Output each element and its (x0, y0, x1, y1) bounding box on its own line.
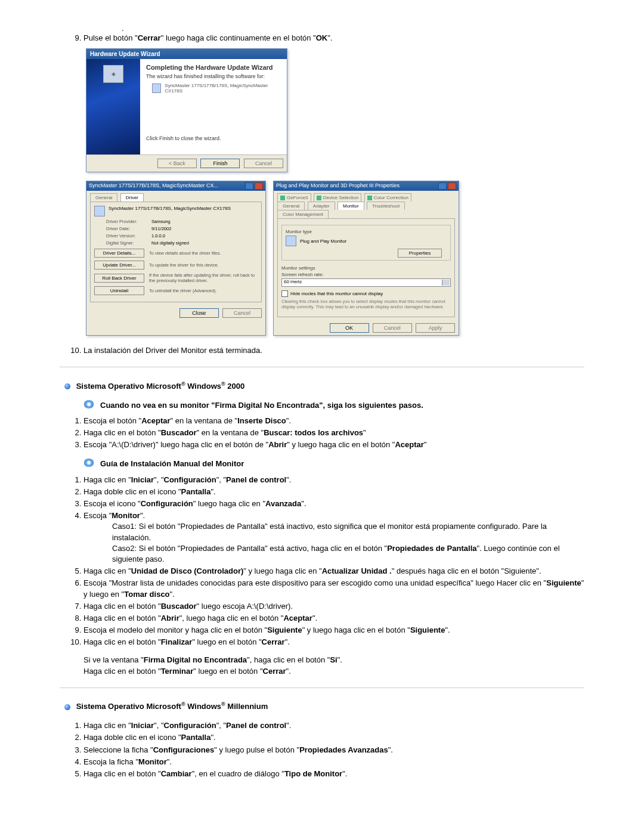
t: " luego haga clic continuamente en el bo… (161, 33, 316, 42)
close-icon[interactable] (448, 182, 456, 190)
apply-button: Apply (416, 323, 455, 333)
driver-details-button[interactable]: Driver Details... (94, 249, 144, 258)
divider (60, 688, 584, 688)
list-item: Escoja el icono "Configuración" luego ha… (83, 498, 584, 509)
tab-device-sel[interactable]: Device Selection (314, 193, 362, 202)
update-driver-button[interactable]: Update Driver... (94, 261, 144, 270)
refresh-dropdown[interactable]: 60 Hertz (281, 278, 451, 287)
close-icon[interactable] (255, 182, 263, 190)
chk-label: Hide modes that this monitor cannot disp… (290, 291, 383, 296)
monitor-icon (286, 236, 296, 246)
divider (60, 367, 584, 367)
wizard-side-graphic: ◈ (86, 59, 140, 154)
tab-colormgmt[interactable]: Color Management (277, 210, 329, 218)
case2: Caso2: Si el botón "Propiedades de Panta… (112, 543, 584, 565)
tab-driver[interactable]: Driver (120, 193, 144, 202)
step-9: Pulse el botón "Cerrar" luego haga clic … (83, 33, 584, 44)
uninstall-button[interactable]: Uninstall (94, 286, 144, 295)
t: Device Selection (323, 195, 359, 200)
list-item: Haga clic en el botón "Buscador" en la v… (83, 428, 584, 438)
tab-general[interactable]: General (90, 193, 117, 202)
wizard-device: SyncMaster 177S/177B/178S, MagicSyncMast… (165, 83, 281, 94)
bullet-icon (64, 704, 70, 710)
tab-geforce[interactable]: GeForce3 (277, 193, 311, 202)
t: ". (327, 33, 332, 42)
list-item: Haga clic en el botón "Buscador" luego e… (83, 601, 584, 612)
d: To uninstall the driver (Advanced). (149, 288, 258, 293)
section-win2000: Sistema Operativo Microsoft® Windows® 20… (64, 380, 584, 390)
tab-troubleshoot[interactable]: Troubleshoot (367, 202, 405, 210)
list-item: Escoja el botón "Aceptar" en la ventana … (83, 416, 584, 426)
k: Driver Provider: (106, 219, 151, 224)
list-item: Haga doble clic en el icono "Pantalla". (83, 732, 584, 743)
wizard-heading: Completing the Hardware Update Wizard (146, 64, 281, 71)
properties-button[interactable]: Properties (398, 249, 442, 258)
monitor-icon (94, 206, 105, 216)
t: OK (316, 33, 328, 42)
t: Color Correction (374, 195, 408, 200)
back-button: < Back (157, 159, 197, 168)
para: Haga clic en el botón "Terminar" luego e… (83, 666, 584, 677)
wizard-line2: Click Finish to close the wizard. (146, 135, 281, 141)
bullet-icon (64, 383, 70, 389)
driver-properties-dialog: SyncMaster 177S/177B/178S, MagicSyncMast… (86, 181, 266, 336)
v: 9/11/2002 (151, 226, 171, 231)
v: 1.0.0.0 (151, 233, 165, 239)
cancel-button: Cancel (222, 308, 262, 318)
note: Clearing this check box allows you to se… (281, 299, 451, 309)
case1: Caso1: Si el botón "Propiedades de Panta… (112, 521, 584, 543)
t: Windows (185, 702, 222, 711)
d: If the device fails after updating the d… (149, 272, 258, 283)
list-item: Escoja el modelo del monitor y haga clic… (83, 625, 584, 636)
subtitle: Guía de Instalación Manual del Monitor (100, 459, 244, 469)
help-icon[interactable] (438, 182, 447, 190)
finish-button[interactable]: Finish (200, 159, 240, 168)
dlg1-title: SyncMaster 177S/177B/178S, MagicSyncMast… (89, 182, 218, 190)
cancel-button: Cancel (244, 159, 283, 168)
t: GeForce3 (287, 195, 308, 200)
monname: Plug and Play Monitor (300, 239, 346, 244)
t: Windows (185, 382, 222, 391)
display-properties-dialog: Plug and Play Monitor and 3D Prophet III… (273, 181, 459, 336)
montype-label: Monitor type (286, 229, 447, 234)
tab-color-corr[interactable]: Color Correction (364, 193, 411, 202)
help-icon[interactable] (245, 182, 253, 190)
t: Sistema Operativo Microsoft (76, 702, 181, 711)
list-item: Haga clic en el botón "Cambiar", en el c… (83, 769, 584, 779)
ok-button[interactable]: OK (330, 323, 369, 333)
list-item: Seleccione la ficha "Configuraciones" y … (83, 745, 584, 755)
list-item: Haga clic en "Iniciar", "Configuración",… (83, 475, 584, 485)
sub-header-2: Guía de Instalación Manual del Monitor (83, 459, 584, 469)
d: To view details about the driver files. (149, 250, 258, 256)
hz: 60 Hertz (282, 279, 302, 284)
tab-general2[interactable]: General (277, 202, 305, 210)
t: Pulse el botón " (83, 33, 138, 42)
list-item: Haga doble clic en el icono "Pantalla". (83, 487, 584, 497)
cancel-button[interactable]: Cancel (373, 323, 412, 333)
close-button[interactable]: Close (179, 308, 219, 318)
device-name: SyncMaster 177S/177B/178S, MagicSyncMast… (109, 206, 231, 211)
v: Samsung (151, 219, 171, 224)
d: To update the driver for this device. (149, 262, 258, 268)
v: Not digitally signed (151, 240, 189, 246)
tab-monitor[interactable]: Monitor (338, 202, 364, 210)
list-item: Escoja la ficha "Monitor". (83, 757, 584, 767)
t: 2000 (225, 382, 245, 391)
tab-adapter[interactable]: Adapter (308, 202, 335, 210)
t: Sistema Operativo Microsoft (76, 382, 181, 391)
step-10: La instalación del Driver del Monitor es… (83, 345, 584, 356)
wizard-line1: The wizard has finished installing the s… (146, 73, 281, 79)
list-item: Haga clic en el botón "Finalizar" luego … (83, 637, 584, 677)
t: Cerrar (138, 33, 161, 42)
list-item: Escoja "Monitor". Caso1: Si el botón "Pr… (83, 510, 584, 565)
cd-icon (83, 400, 94, 408)
k: Driver Date: (106, 226, 151, 231)
list-item: Haga clic en "Iniciar", "Configuración",… (83, 720, 584, 731)
sub-header-1: Cuando no vea en su monitor "Firma Digit… (83, 400, 584, 411)
rollback-driver-button[interactable]: Roll Back Driver (94, 274, 144, 283)
list-item: Escoja "A:\(D:\driver)" luego haga clic … (83, 439, 584, 450)
list-item: Haga clic en "Unidad de Disco (Controlad… (83, 566, 584, 577)
hide-modes-checkbox[interactable] (281, 290, 288, 297)
k: Digital Signer: (106, 240, 151, 246)
refresh-label: Screen refresh rate: (281, 272, 451, 277)
